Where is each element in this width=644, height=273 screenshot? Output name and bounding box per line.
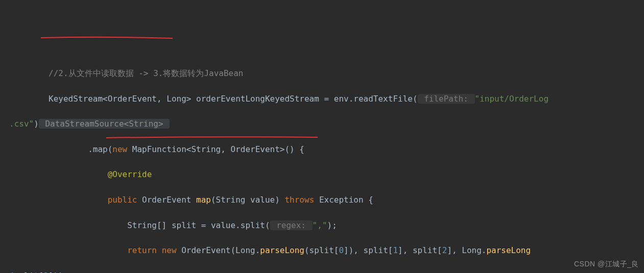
code-line-3: .csv") DataStreamSource<String> (9, 118, 644, 131)
annotation-override: @Override (108, 169, 152, 179)
comment: //2.从文件中读取数据 -> 3.将数据转为JavaBean (49, 68, 243, 78)
method-map: map (196, 195, 211, 205)
type-keyedstream: KeyedStream (49, 94, 103, 104)
code-line-7: String[] split = value.split( regex: ","… (9, 219, 644, 232)
code-line-8: return new OrderEvent(Long.parseLong(spl… (9, 244, 644, 257)
code-editor[interactable]: //2.从文件中读取数据 -> 3.将数据转为JavaBean KeyedStr… (0, 51, 644, 273)
code-line-1: //2.从文件中读取数据 -> 3.将数据转为JavaBean (9, 67, 644, 80)
hint-regex: regex: (270, 220, 313, 230)
code-line-2: KeyedStream<OrderEvent, Long> orderEvent… (9, 93, 644, 106)
hint-datastreamsource: DataStreamSource<String> (39, 119, 170, 129)
annotation-underline-1 (40, 36, 175, 42)
watermark: CSDN @江城子_良 (574, 259, 639, 270)
hint-filepath: filePath: (418, 94, 475, 104)
code-line-4: .map(new MapFunction<String, OrderEvent>… (9, 143, 644, 156)
code-line-6: public OrderEvent map(String value) thro… (9, 194, 644, 207)
code-line-9: (split[3])); (9, 270, 644, 273)
code-line-5: @Override (9, 168, 644, 181)
